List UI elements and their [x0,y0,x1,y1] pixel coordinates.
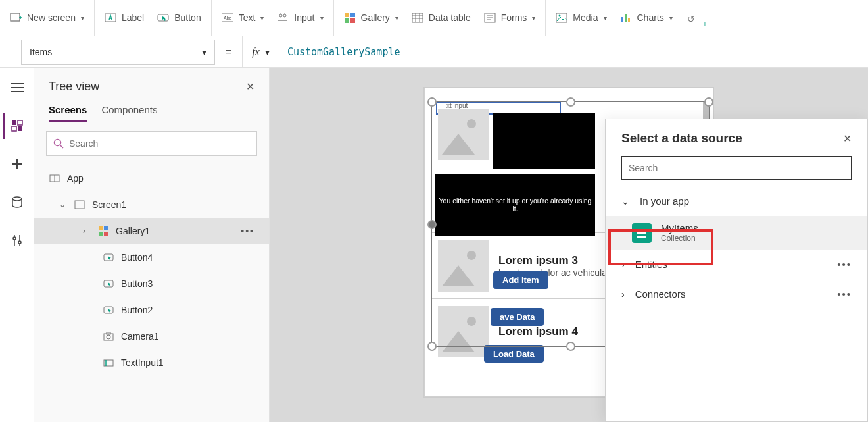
label-button[interactable]: Label [105,12,144,24]
node-label: Camera1 [121,331,159,342]
data-source-title: Select a data source [621,131,742,145]
resize-handle[interactable] [427,97,437,107]
formula-bar: Items ▾ = fx ▾ CustomGallerySample [0,36,868,68]
tree-node-camera1[interactable]: Camera1 [34,323,269,350]
charts-label: Charts [637,13,664,23]
tree-search-input[interactable] [69,138,250,149]
data-source-search-input[interactable] [629,163,844,173]
formula-text: CustomGallerySample [287,46,400,58]
data-table-icon [412,12,423,24]
left-rail [0,68,34,422]
svg-rect-16 [412,13,423,22]
svg-point-39 [12,197,22,201]
button-button[interactable]: Button [157,12,201,24]
node-label: Button3 [121,278,153,289]
resize-handle[interactable] [427,342,437,351]
svg-line-45 [60,145,64,149]
tree-node-screen1[interactable]: ⌄ Screen1 [34,192,269,218]
tree-search[interactable] [46,131,257,156]
plus-small-icon[interactable]: + [703,20,707,28]
charts-icon [620,12,632,24]
chevron-down-icon: ⌄ [621,196,629,207]
resize-handle[interactable] [704,97,713,107]
chevron-right-icon: › [621,289,625,300]
fx-dropdown[interactable]: fx ▾ [242,36,279,68]
formula-input[interactable]: CustomGallerySample [279,36,868,68]
chevron-down-icon[interactable]: ⌄ [59,200,67,209]
new-screen-button[interactable]: New screen ▾ [10,12,84,24]
tab-components[interactable]: Components [101,104,157,122]
tree-node-button4[interactable]: Button4 [34,244,269,271]
chevron-down-icon: ▾ [669,14,673,22]
insert-icon[interactable] [4,151,30,177]
chevron-down-icon: ▾ [265,47,270,57]
more-icon[interactable]: ••• [837,259,852,270]
svg-rect-36 [18,126,22,131]
more-icon[interactable]: ••• [241,226,254,236]
data-source-item-myitems[interactable]: MyItems Collection [606,216,867,250]
node-label: Gallery1 [116,226,150,236]
advanced-tools-icon[interactable] [4,227,30,253]
section-entities[interactable]: › Entities ••• [606,250,867,279]
section-in-your-app[interactable]: ⌄ In your app [606,186,867,216]
close-icon[interactable]: ✕ [246,80,254,93]
tree-view-title: Tree view [49,80,99,93]
equals-sign: = [215,46,242,58]
rotate-icon[interactable]: ↺ [687,14,695,24]
data-icon[interactable] [4,189,30,215]
resize-handle[interactable] [427,220,437,229]
input-dropdown[interactable]: Input ▾ [277,12,323,24]
tree-view-icon[interactable] [3,113,29,139]
svg-rect-48 [75,201,84,209]
svg-rect-50 [104,226,108,230]
svg-rect-63 [637,236,646,238]
svg-rect-34 [18,120,22,125]
hamburger-icon[interactable] [4,74,30,101]
tree-node-button2[interactable]: Button2 [34,297,269,323]
text-dropdown[interactable]: Abc Text ▾ [222,12,264,24]
tree-node-gallery1[interactable]: › Gallery1 ••• [34,218,269,244]
media-dropdown[interactable]: Media ▾ [556,12,606,24]
svg-rect-13 [350,13,355,17]
node-label: Screen1 [92,199,126,210]
node-label: Button2 [121,305,153,315]
svg-point-26 [559,15,561,17]
section-label: Connectors [635,288,686,300]
close-icon[interactable]: ✕ [843,132,852,145]
data-source-panel: Select a data source ✕ ⌄ In your app MyI… [605,119,868,422]
svg-rect-61 [637,229,646,231]
load-data-button[interactable]: Load Data [484,345,544,363]
ribbon-toolbar: New screen ▾ Label Button Abc Text ▾ [0,0,868,36]
chevron-down-icon: ▾ [604,14,607,22]
tree-node-app[interactable]: App [34,165,269,192]
gallery-dropdown[interactable]: Gallery ▾ [344,12,398,24]
property-selector[interactable]: Items ▾ [21,40,215,65]
svg-rect-15 [350,18,355,23]
tree-node-textinput1[interactable]: TextInput1 [34,350,269,376]
button-icon [157,12,169,24]
charts-dropdown[interactable]: Charts ▾ [620,12,673,24]
svg-rect-52 [104,232,108,236]
svg-rect-14 [345,18,349,23]
label-label: Label [122,13,144,23]
svg-point-8 [279,14,282,17]
resize-handle[interactable] [566,97,575,107]
resize-handle[interactable] [566,342,575,351]
section-label: Entities [635,259,667,270]
more-icon[interactable]: ••• [837,288,852,300]
textinput-icon [103,357,114,369]
data-source-search[interactable] [621,156,852,180]
svg-rect-12 [345,13,349,17]
datatable-button[interactable]: Data table [412,12,471,24]
section-connectors[interactable]: › Connectors ••• [606,279,867,309]
tab-screens[interactable]: Screens [49,104,87,122]
camera-icon [103,330,114,342]
svg-rect-29 [628,18,630,22]
tree-node-button3[interactable]: Button3 [34,271,269,297]
chevron-right-icon[interactable]: › [83,226,91,236]
svg-rect-62 [637,232,646,234]
gallery-icon [97,225,109,237]
chevron-down-icon: ▾ [320,14,324,22]
screen-icon [74,199,85,211]
forms-dropdown[interactable]: Forms ▾ [484,12,536,24]
